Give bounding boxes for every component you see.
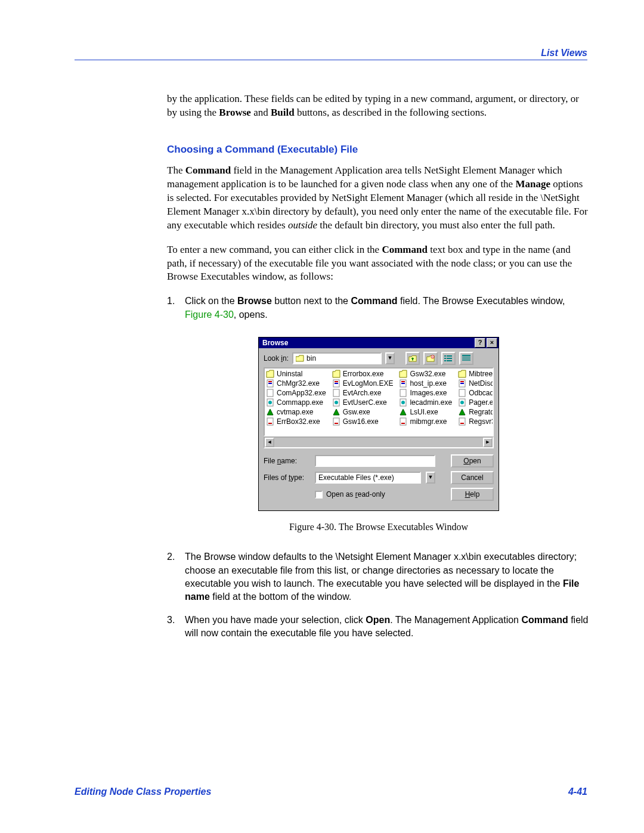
svg-rect-25 <box>268 423 272 424</box>
file-item[interactable]: EvLogMon.EXE <box>332 379 394 388</box>
svg-rect-20 <box>267 389 273 397</box>
file-item[interactable]: Pager.exe <box>458 398 494 407</box>
file-item[interactable]: Odbcad32 <box>458 389 494 397</box>
svg-point-32 <box>335 401 338 404</box>
file-icon <box>266 398 274 407</box>
svg-point-22 <box>268 401 272 404</box>
lookin-dropdown-button[interactable]: ▼ <box>385 352 395 364</box>
file-label: Mibtree.exe <box>469 370 494 378</box>
figure-4-30: Browse ? × Look in: bin <box>167 337 590 511</box>
svg-rect-13 <box>462 358 470 358</box>
filetype-dropdown-button[interactable]: ▼ <box>426 472 435 484</box>
svg-rect-11 <box>462 355 470 356</box>
svg-rect-29 <box>335 383 338 384</box>
readonly-checkbox[interactable] <box>315 491 323 498</box>
file-item[interactable]: Regratdb.e <box>458 408 494 416</box>
text: Look <box>264 354 281 363</box>
file-label: Commapp.exe <box>277 398 323 407</box>
file-item[interactable]: Uninstal <box>266 370 326 378</box>
file-label: Images.exe <box>410 389 447 397</box>
text: button next to the <box>272 296 351 306</box>
svg-rect-49 <box>460 383 464 384</box>
file-item[interactable]: Errorbox.exe <box>332 370 394 378</box>
manage-keyword: Manage <box>515 178 550 190</box>
file-icon <box>399 417 407 426</box>
file-item[interactable]: lecadmin.exe <box>399 398 452 407</box>
file-item[interactable]: Commapp.exe <box>266 398 326 407</box>
text: field. The Browse Executables window, <box>398 296 565 306</box>
svg-text:✶: ✶ <box>432 355 434 358</box>
text: n: <box>283 354 289 363</box>
file-item[interactable]: ErrBox32.exe <box>266 417 326 426</box>
file-label: host_ip.exe <box>410 379 446 388</box>
svg-point-52 <box>460 401 464 404</box>
file-item[interactable]: mibmgr.exe <box>399 417 452 426</box>
svg-rect-15 <box>462 360 470 361</box>
outside-keyword: outside <box>288 219 317 231</box>
file-label: Gsw.exe <box>343 408 370 416</box>
file-icon <box>458 379 466 388</box>
file-label: cvtmap.exe <box>277 408 313 416</box>
figure-caption: Figure 4-30. The Browse Executables Wind… <box>167 522 590 532</box>
details-view-button[interactable] <box>459 352 473 365</box>
svg-rect-19 <box>268 383 272 384</box>
lookin-row: Look in: bin ▼ <box>259 348 499 366</box>
file-item[interactable]: Images.exe <box>399 389 452 397</box>
file-icon <box>266 408 274 416</box>
file-column: Gsw32.exehost_ip.exeImages.exelecadmin.e… <box>399 370 452 434</box>
new-folder-button[interactable]: ✶ <box>423 352 438 365</box>
svg-rect-18 <box>268 381 272 382</box>
file-item[interactable]: ComApp32.exe <box>266 389 326 397</box>
lookin-combo[interactable]: bin <box>292 352 382 364</box>
file-label: Regratdb.e <box>469 408 494 416</box>
svg-marker-0 <box>296 355 304 361</box>
file-icon <box>399 398 407 407</box>
file-icon <box>458 408 466 416</box>
details-icon <box>462 354 470 363</box>
file-item[interactable]: EvtArch.exe <box>332 389 394 397</box>
svg-rect-44 <box>400 418 406 425</box>
help-button[interactable]: Help <box>451 488 494 501</box>
file-list[interactable]: UninstalChMgr32.exeComApp32.exeCommapp.e… <box>264 367 494 436</box>
horizontal-scrollbar[interactable]: ◄ ► <box>264 436 494 448</box>
file-item[interactable]: EvtUserC.exe <box>332 398 394 407</box>
file-label: Regsvr32. <box>469 417 494 426</box>
file-icon <box>458 417 466 426</box>
file-item[interactable]: ChMgr32.exe <box>266 379 326 388</box>
file-item[interactable]: NetDiscov <box>458 379 494 388</box>
filetype-combo[interactable]: Executable Files (*.exe) <box>315 472 421 484</box>
svg-rect-48 <box>460 381 464 382</box>
file-item[interactable]: host_ip.exe <box>399 379 452 388</box>
list-icon <box>444 354 453 363</box>
open-folder-icon <box>296 354 304 363</box>
svg-marker-36 <box>400 370 407 377</box>
cancel-button[interactable]: Cancel <box>451 471 494 484</box>
page-footer: Editing Node Class Properties 4-41 <box>75 786 587 797</box>
file-item[interactable]: Mibtree.exe <box>458 370 494 378</box>
file-item[interactable]: cvtmap.exe <box>266 408 326 416</box>
svg-marker-43 <box>400 409 406 415</box>
open-button[interactable]: Open <box>451 454 494 467</box>
file-item[interactable]: LsUI.exe <box>399 408 452 416</box>
file-item[interactable]: Gsw32.exe <box>399 370 452 378</box>
help-sys-button[interactable]: ? <box>475 338 485 348</box>
file-item[interactable]: Regsvr32. <box>458 417 494 426</box>
command-keyword: Command <box>521 615 568 625</box>
close-sys-button[interactable]: × <box>487 338 497 348</box>
up-one-level-button[interactable] <box>405 352 420 365</box>
svg-rect-45 <box>401 423 405 424</box>
list-view-button[interactable] <box>441 352 456 365</box>
scroll-right-button[interactable]: ► <box>483 438 493 447</box>
mnemonic: O <box>463 457 469 465</box>
filename-input[interactable] <box>315 455 435 467</box>
file-item[interactable]: Gsw16.exe <box>332 417 394 426</box>
file-label: ErrBox32.exe <box>277 417 320 426</box>
scroll-left-button[interactable]: ◄ <box>265 438 274 447</box>
file-label: EvLogMon.EXE <box>343 379 394 388</box>
file-item[interactable]: Gsw.exe <box>332 408 394 416</box>
figure-ref[interactable]: Figure 4-30 <box>185 309 234 320</box>
file-icon <box>399 408 407 416</box>
svg-marker-46 <box>459 370 466 377</box>
svg-rect-12 <box>462 357 470 357</box>
lookin-value: bin <box>306 354 316 363</box>
